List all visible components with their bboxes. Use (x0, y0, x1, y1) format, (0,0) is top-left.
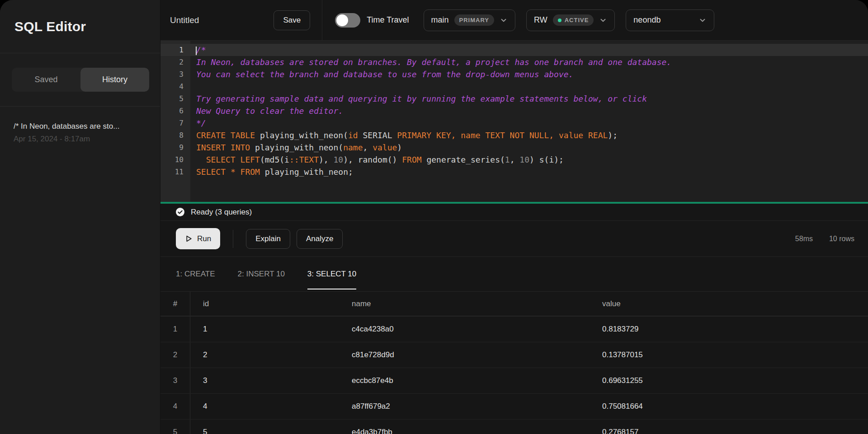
line-number: 3 (160, 68, 190, 80)
toggle-knob-icon (336, 14, 348, 26)
code-line: 2In Neon, databases are stored on branch… (160, 56, 868, 68)
column-header: # (160, 292, 190, 316)
table-cell: eccbc87e4b (339, 368, 590, 393)
result-tab-2-insert-10[interactable]: 2: INSERT 10 (238, 257, 285, 291)
table-cell: 0.75081664 (590, 394, 868, 419)
chevron-down-icon (698, 16, 707, 24)
table-cell: 3 (190, 368, 339, 393)
code-lines: 1/*2In Neon, databases are stored on bra… (160, 41, 868, 178)
branch-primary-badge: PRIMARY (454, 14, 494, 26)
code-line-text: */ (190, 117, 206, 129)
code-line: 8CREATE TABLE playing_with_neon(id SERIA… (160, 129, 868, 141)
table-row: 11c4ca4238a00.8183729 (160, 316, 868, 342)
main-panel: Untitled Save Time Travel main PRIMARY R… (160, 0, 868, 434)
topbar: Untitled Save Time Travel main PRIMARY R… (160, 0, 868, 41)
table-cell: 5 (190, 420, 339, 434)
table-cell: 0.13787015 (590, 342, 868, 368)
history-item[interactable]: /* In Neon, databases are sto...Apr 15, … (0, 118, 160, 147)
compute-status-text: ACTIVE (565, 17, 589, 23)
line-number: 11 (160, 166, 190, 178)
table-row: 22c81e728d9d0.13787015 (160, 342, 868, 368)
page-title: SQL Editor (14, 19, 86, 34)
code-editor[interactable]: 1/*2In Neon, databases are stored on bra… (160, 41, 868, 202)
run-button-label: Run (197, 234, 211, 243)
explain-button[interactable]: Explain (246, 229, 290, 249)
line-number: 10 (160, 154, 190, 166)
sidebar: SQL Editor SavedHistory /* In Neon, data… (0, 0, 160, 434)
text-cursor (196, 47, 197, 55)
query-metrics: 58ms 10 rows (795, 235, 854, 243)
code-line-text: New Query to clear the editor. (190, 105, 343, 117)
code-line: 6New Query to clear the editor. (160, 105, 868, 117)
history-item-date: Apr 15, 2024 - 8:17am (14, 135, 151, 144)
sidebar-tab-history[interactable]: History (80, 68, 149, 92)
database-select[interactable]: neondb (626, 9, 714, 31)
table-cell: a87ff679a2 (339, 394, 590, 419)
play-icon (185, 235, 193, 243)
query-row-count: 10 rows (829, 235, 854, 243)
code-line-text: Try generating sample data and querying … (190, 93, 647, 105)
compute-select[interactable]: RW ACTIVE (526, 9, 615, 31)
table-cell: c4ca4238a0 (339, 317, 590, 342)
topbar-divider (322, 0, 322, 41)
code-line: 4 (160, 80, 868, 93)
sidebar-tab-saved[interactable]: Saved (12, 68, 80, 92)
time-travel-label: Time Travel (367, 15, 409, 25)
line-number: 6 (160, 105, 190, 117)
code-line-text: SELECT LEFT(md5(i::TEXT), 10), random() … (190, 154, 564, 166)
table-cell: 2 (160, 342, 190, 368)
code-line: 9INSERT INTO playing_with_neon(name, val… (160, 141, 868, 154)
run-button[interactable]: Run (176, 228, 220, 249)
line-number: 5 (160, 93, 190, 105)
chevron-down-icon (599, 16, 607, 24)
analyze-button[interactable]: Analyze (297, 229, 343, 249)
line-number: 7 (160, 117, 190, 129)
query-duration: 58ms (795, 235, 813, 243)
code-line-text: SELECT * FROM playing_with_neon; (190, 166, 353, 178)
table-cell: 4 (160, 394, 190, 419)
table-cell: 1 (160, 317, 190, 342)
table-cell: 2 (190, 342, 339, 368)
result-tab-3-select-10[interactable]: 3: SELECT 10 (307, 257, 356, 291)
column-header: id (190, 292, 339, 316)
branch-select[interactable]: main PRIMARY (424, 9, 515, 31)
history-list: /* In Neon, databases are sto...Apr 15, … (0, 107, 160, 147)
line-number: 1 (160, 44, 190, 56)
chevron-down-icon (500, 16, 508, 24)
sidebar-tabs-section: SavedHistory (0, 53, 160, 107)
column-header: value (590, 292, 868, 316)
table-row: 33eccbc87e4b0.69631255 (160, 368, 868, 393)
results-table: #idnamevalue11c4ca4238a00.818372922c81e7… (160, 291, 868, 434)
table-cell: 4 (190, 394, 339, 419)
code-line: 10 SELECT LEFT(md5(i::TEXT), 10), random… (160, 154, 868, 166)
sql-editor-app: SQL Editor SavedHistory /* In Neon, data… (0, 0, 868, 434)
branch-name: main (431, 15, 449, 25)
table-row: 44a87ff679a20.75081664 (160, 393, 868, 419)
code-line-text: You can select the branch and database t… (190, 68, 573, 80)
code-line-text: In Neon, databases are stored on branche… (190, 56, 671, 68)
saved-history-segmented-control: SavedHistory (12, 68, 149, 92)
table-cell: 0.69631255 (590, 368, 868, 393)
code-line: 7*/ (160, 117, 868, 129)
status-text: Ready (3 queries) (191, 208, 252, 217)
table-row: 55e4da3b7fbb0.2768157 (160, 419, 868, 434)
code-line: 1/* (160, 44, 868, 56)
column-header: name (339, 292, 590, 316)
table-cell: 1 (190, 317, 339, 342)
code-line-text: /* (190, 44, 206, 56)
save-button[interactable]: Save (274, 10, 310, 30)
line-number: 4 (160, 80, 190, 93)
compute-status-badge: ACTIVE (553, 14, 594, 26)
time-travel-toggle[interactable] (335, 13, 360, 28)
result-tab-1-create[interactable]: 1: CREATE (176, 257, 215, 291)
compute-name: RW (534, 15, 547, 25)
code-line: 3You can select the branch and database … (160, 68, 868, 80)
actions-divider (233, 230, 233, 248)
database-name: neondb (633, 15, 660, 25)
results-tabs: 1: CREATE2: INSERT 103: SELECT 10 (160, 257, 868, 291)
line-number: 2 (160, 56, 190, 68)
code-line: 11SELECT * FROM playing_with_neon; (160, 166, 868, 178)
status-row: Ready (3 queries) (160, 204, 868, 221)
code-line-text: CREATE TABLE playing_with_neon(id SERIAL… (190, 129, 618, 141)
table-cell: 0.2768157 (590, 420, 868, 434)
